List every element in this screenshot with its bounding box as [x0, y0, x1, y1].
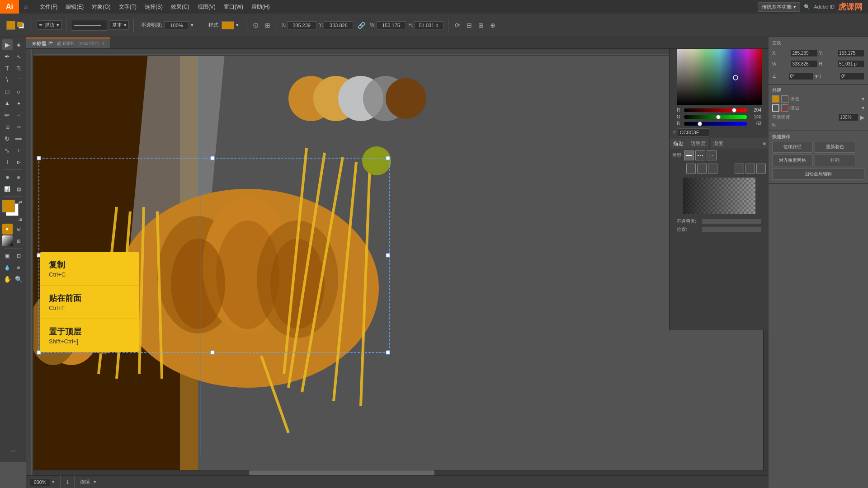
opacity-expand-icon[interactable]: ▶ [860, 114, 864, 121]
stroke-type-dotted[interactable] [707, 150, 717, 160]
eraser-tool[interactable]: ⊡ [2, 122, 13, 132]
align-pixels-btn[interactable]: 对齐像素网格 [772, 155, 813, 166]
fill-expand-icon[interactable]: ▾ [862, 96, 864, 102]
none-mode-btn[interactable]: ⊘ [14, 224, 24, 235]
scroll-bar-horizontal[interactable] [26, 470, 769, 475]
type-tool[interactable]: T [2, 63, 13, 74]
foreground-swatch[interactable] [2, 200, 15, 212]
scissors-tool[interactable]: ✂ [14, 122, 24, 132]
eyedropper-tool[interactable]: 💧 [2, 262, 13, 273]
link-icon[interactable]: 🔗 [356, 22, 367, 29]
hand-tool[interactable]: ✋ [2, 274, 13, 285]
stroke-type-selector[interactable]: 基本 ▾ [110, 20, 129, 30]
search-icon[interactable]: 🔍 [804, 4, 810, 10]
g-slider-track[interactable] [684, 115, 747, 119]
menu-window[interactable]: 窗口(W) [220, 1, 247, 13]
close-tab-icon[interactable]: × [102, 41, 105, 46]
position-slider-track[interactable] [702, 227, 761, 232]
r-slider-track[interactable] [684, 108, 747, 112]
x-input[interactable] [287, 21, 316, 29]
menu-view[interactable]: 视图(V) [194, 1, 219, 13]
selection-tool[interactable]: ▶ [2, 39, 13, 50]
cap-butt[interactable] [686, 164, 696, 174]
livedraw-tool[interactable]: ⊗ [14, 172, 24, 183]
y-input[interactable] [324, 21, 353, 29]
gradient-btn[interactable] [2, 235, 13, 246]
curvature-tool[interactable]: ∿ [14, 51, 24, 62]
shaper-tool[interactable]: ✦ [14, 98, 24, 109]
stroke-tab[interactable]: 描边 [670, 138, 687, 149]
rotate-tool[interactable]: ↻ [2, 133, 13, 144]
pencil-tool[interactable]: ✏ [2, 110, 13, 121]
transform-y-input[interactable] [837, 49, 864, 57]
g-slider-thumb[interactable] [716, 115, 721, 119]
swap-colors-icon[interactable]: ⇄ [19, 200, 22, 205]
transform-w-input[interactable] [791, 60, 818, 68]
rect-tool[interactable]: □ [2, 86, 13, 97]
style-swatch[interactable] [222, 21, 234, 29]
angle-input[interactable] [788, 72, 813, 80]
stroke-expand-icon[interactable]: ▾ [862, 105, 864, 111]
reset-colors-icon[interactable]: ◪ [19, 217, 22, 221]
hex-input[interactable] [678, 128, 709, 136]
menu-file[interactable]: 文件(F) [36, 1, 61, 13]
transparency-tab[interactable]: 透明度 [687, 138, 710, 149]
shear-tool[interactable]: ⌇ [14, 145, 24, 156]
shear-input[interactable] [840, 72, 864, 80]
pathfinder-icon[interactable]: ⊞ [476, 22, 486, 29]
measure-tool[interactable]: ⊕ [14, 262, 24, 273]
b-slider-track[interactable] [684, 122, 747, 126]
context-menu-copy[interactable]: 复制 Ctrl+C [40, 252, 139, 286]
width-tool[interactable]: ⊳ [14, 157, 24, 168]
global-edit-btn[interactable]: 启动全局编辑 [772, 168, 864, 180]
cap-project[interactable] [708, 164, 717, 174]
scroll-mode-arrow[interactable]: ▾ [94, 479, 96, 485]
transform-x-input[interactable] [791, 49, 818, 57]
arc-tool[interactable]: ⌒ [14, 75, 24, 85]
menu-type[interactable]: 文字(T) [115, 1, 140, 13]
pattern-btn[interactable]: ⊞ [14, 235, 24, 246]
arrange-btn[interactable]: 排列 [815, 155, 855, 166]
zoom-tool[interactable]: 🔍 [14, 274, 24, 285]
scale-tool[interactable]: ⤡ [2, 145, 13, 156]
menu-select[interactable]: 选择(S) [141, 1, 166, 13]
screen-mode-btn[interactable]: ▣ [2, 250, 13, 261]
zoom-down-btn[interactable]: ▾ [52, 479, 55, 485]
ellipse-tool[interactable]: ○ [14, 86, 24, 97]
stroke-type-solid[interactable] [684, 150, 694, 160]
direct-select-tool[interactable]: ◈ [14, 39, 24, 50]
opacity-input[interactable] [164, 21, 189, 29]
build-tool[interactable]: ⊕ [2, 172, 13, 183]
brush-selector[interactable]: ✒ 描边 ▾ [37, 20, 61, 30]
opacity-prop-input[interactable] [838, 113, 859, 121]
fill-color-swatch[interactable] [6, 21, 15, 30]
context-menu-bring-front[interactable]: 置于顶层 Shift+Ctrl+] [40, 319, 139, 352]
menu-effect[interactable]: 效果(C) [167, 1, 193, 13]
column-chart-tool[interactable]: ▤ [14, 183, 24, 194]
menu-help[interactable]: 帮助(H) [248, 1, 274, 13]
outline-view-icon[interactable]: ⊙ [251, 21, 260, 29]
menu-edit[interactable]: 编辑(E) [62, 1, 87, 13]
h-input[interactable] [414, 21, 443, 29]
more-tools-btn[interactable]: ··· [2, 445, 24, 456]
workspace-mode-selector[interactable]: 传统基本功能 ▾ [758, 2, 800, 12]
join-bevel[interactable] [756, 164, 766, 174]
recolor-btn[interactable]: 重新着色 [815, 141, 855, 153]
stroke-prop-swatch[interactable] [772, 104, 779, 112]
pen-tool[interactable]: ✒ [2, 51, 13, 62]
warp-tool[interactable]: ⌇ [2, 157, 13, 168]
scroll-thumb-horizontal[interactable] [249, 470, 435, 475]
fill-prop-swatch[interactable] [772, 95, 779, 103]
join-round[interactable] [745, 164, 755, 174]
artboard-tool-btn[interactable]: ⊟ [14, 250, 24, 261]
grid-view-icon[interactable]: ⊞ [263, 22, 272, 29]
w-input[interactable] [377, 21, 406, 29]
canvas-area[interactable]: 复制 Ctrl+C 贴在前面 Ctrl+F 置于顶层 Shift+Ctrl+] [26, 49, 769, 475]
transform-icon[interactable]: ⟳ [453, 22, 462, 29]
transform-h-input[interactable] [837, 60, 864, 68]
chart-tool[interactable]: 📊 [2, 183, 13, 194]
offset-path-btn[interactable]: 位移路径 [772, 141, 813, 153]
smooth-tool[interactable]: ~ [14, 110, 24, 121]
doc-tab-active[interactable]: 未标题-2* @ 600% (RGB/预览) × [26, 38, 110, 48]
context-menu-paste-front[interactable]: 贴在前面 Ctrl+F [40, 286, 139, 319]
